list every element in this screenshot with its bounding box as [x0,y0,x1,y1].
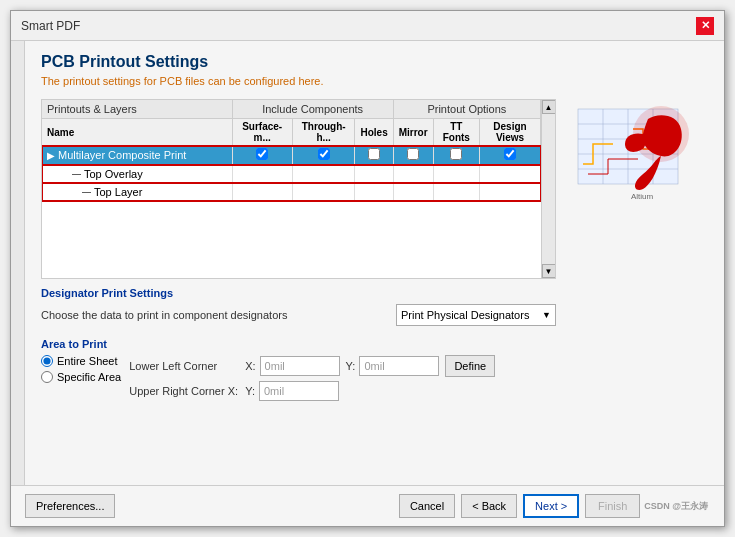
row-dash-icon: — [82,187,91,197]
row-surface-m[interactable] [232,146,292,165]
page-title: PCB Printout Settings [41,53,708,71]
main-content: PCB Printout Settings The printout setti… [25,41,724,485]
define-button[interactable]: Define [445,355,495,377]
specific-area-radio[interactable] [41,371,53,383]
watermark: CSDN @王永涛 [644,500,708,513]
radio-entire-sheet[interactable]: Entire Sheet [41,355,121,367]
entire-sheet-radio[interactable] [41,355,53,367]
lower-left-x-input[interactable] [260,356,340,376]
next-button[interactable]: Next > [523,494,579,518]
area-section-title: Area to Print [41,338,556,350]
coordinates-define-area: Lower Left Corner X: Y: [129,355,556,401]
dialog-title: Smart PDF [21,19,80,33]
area-row: Entire Sheet Specific Area Lowe [41,355,556,401]
table-scroll: Printouts & Layers Include Components Pr… [42,100,555,278]
designator-section-row: Choose the data to print in component de… [41,304,556,326]
row-through-h [292,183,355,201]
row-name: ▶ Multilayer Composite Print [42,146,232,165]
row-surface-m [232,183,292,201]
row-name-text: Top Layer [94,186,142,198]
area-section: Area to Print Entire Sheet Speci [41,338,556,401]
designator-dropdown[interactable]: Print Physical Designators ▼ [396,304,556,326]
row-dash-icon: — [72,169,81,179]
upper-right-row: Upper Right Corner X: Y: [129,381,556,401]
col-printout-options: Printout Options [393,100,540,119]
row-design-views[interactable] [479,146,540,165]
row-mirror [393,165,433,183]
scroll-up-arrow[interactable]: ▲ [542,100,556,114]
row-through-h [292,165,355,183]
scroll-track [542,114,556,264]
upper-right-y-input[interactable] [259,381,339,401]
scroll-down-arrow[interactable]: ▼ [542,264,556,278]
lower-left-y-letter: Y: [346,360,356,372]
mirror-checkbox[interactable] [407,148,419,160]
table-row[interactable]: — Top Layer [42,183,541,201]
sub-mirror: Mirror [393,119,433,146]
row-name-text: Top Overlay [84,168,143,180]
designator-label: Choose the data to print in component de… [41,309,386,321]
row-name: — Top Overlay [42,165,232,183]
surface-m-checkbox[interactable] [256,148,268,160]
cancel-button[interactable]: Cancel [399,494,455,518]
through-h-checkbox[interactable] [318,148,330,160]
row-holes [355,183,393,201]
design-views-checkbox[interactable] [504,148,516,160]
printouts-table: Printouts & Layers Include Components Pr… [42,100,541,201]
lower-left-y-input[interactable] [359,356,439,376]
lower-left-x-letter: X: [245,360,255,372]
preferences-button[interactable]: Preferences... [25,494,115,518]
row-name-text: Multilayer Composite Print [58,149,186,161]
row-holes[interactable] [355,146,393,165]
sub-design-views: Design Views [479,119,540,146]
dialog-body: PCB Printout Settings The printout setti… [11,41,724,485]
sub-surface-m: Surface-m... [232,119,292,146]
sub-tt-fonts: TT Fonts [433,119,479,146]
col-printouts-layers: Printouts & Layers [42,100,232,119]
sub-through-h: Through-h... [292,119,355,146]
back-button[interactable]: < Back [461,494,517,518]
left-panel: Printouts & Layers Include Components Pr… [41,99,556,475]
row-expand-icon: ▶ [47,150,55,161]
entire-sheet-label: Entire Sheet [57,355,118,367]
row-holes [355,165,393,183]
subtitle: The printout settings for PCB files can … [41,75,708,87]
upper-right-y-group: Y: [245,381,339,401]
finish-button[interactable]: Finish [585,494,640,518]
tt-fonts-checkbox[interactable] [450,148,462,160]
close-button[interactable]: ✕ [696,17,714,35]
row-tt-fonts [433,183,479,201]
table-container: Printouts & Layers Include Components Pr… [41,99,556,279]
smart-pdf-dialog: Smart PDF ✕ PCB Printout Settings The pr… [10,10,725,527]
area-radio-group: Entire Sheet Specific Area [41,355,121,383]
upper-right-label: Upper Right Corner X: [129,385,239,397]
right-panel: Altium [568,99,708,475]
row-tt-fonts[interactable] [433,146,479,165]
row-design-views [479,183,540,201]
row-through-h[interactable] [292,146,355,165]
table-row[interactable]: — Top Overlay [42,165,541,183]
designator-section: Designator Print Settings Choose the dat… [41,287,556,332]
table-inner: Printouts & Layers Include Components Pr… [42,100,541,278]
bottom-bar: Preferences... Cancel < Back Next > Fini… [11,485,724,526]
designator-section-title: Designator Print Settings [41,287,556,299]
radio-specific-area[interactable]: Specific Area [41,371,121,383]
col-header-row: Printouts & Layers Include Components Pr… [42,100,541,119]
sub-holes: Holes [355,119,393,146]
col-include-components: Include Components [232,100,393,119]
sub-header-row: Name Surface-m... Through-h... Holes Mir… [42,119,541,146]
lower-left-y-group: Y: [346,356,440,376]
title-bar: Smart PDF ✕ [11,11,724,41]
lower-left-label: Lower Left Corner [129,360,239,372]
sub-name: Name [42,119,232,146]
designator-dropdown-value: Print Physical Designators [401,309,529,321]
row-mirror[interactable] [393,146,433,165]
holes-checkbox[interactable] [368,148,380,160]
upper-right-y-letter: Y: [245,385,255,397]
lower-left-row: Lower Left Corner X: Y: [129,355,556,377]
table-row[interactable]: ▶ Multilayer Composite Print [42,146,541,165]
specific-area-label: Specific Area [57,371,121,383]
table-scrollbar[interactable]: ▲ ▼ [541,100,555,278]
row-name: — Top Layer [42,183,232,201]
pdf-logo: Altium [573,104,703,214]
